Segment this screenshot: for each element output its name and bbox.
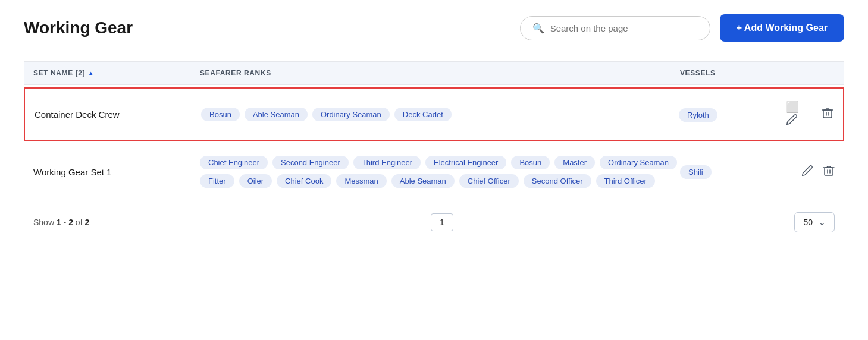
vessel-tag: Shili	[680, 165, 712, 179]
th-seafarer-ranks: SEAFARER RANKS	[200, 69, 680, 77]
per-page-select[interactable]: 50 ⌄	[794, 212, 835, 232]
rank-tag: Chief Engineer	[200, 156, 268, 169]
rank-tag: Master	[554, 156, 595, 169]
th-actions	[787, 69, 835, 77]
row-name: Container Deck Crew	[35, 109, 201, 119]
rank-tag: Able Seaman	[391, 174, 455, 188]
search-input[interactable]	[550, 23, 698, 33]
rank-tag: Electrical Engineer	[425, 156, 506, 169]
rank-tag: Third Engineer	[353, 156, 421, 169]
rank-tag: Second Officer	[524, 174, 591, 188]
per-page-value: 50	[803, 218, 813, 227]
table-header: SET NAME [2] ▲ SEAFARER RANKS VESSELS	[24, 62, 844, 85]
page-1-button[interactable]: 1	[431, 213, 453, 231]
rank-tag: Messman	[336, 174, 386, 188]
table-section: SET NAME [2] ▲ SEAFARER RANKS VESSELS Co…	[24, 61, 844, 200]
header-row: Working Gear 🔍 + Add Working Gear	[24, 14, 844, 42]
delete-icon[interactable]	[823, 165, 835, 180]
page-container: Working Gear 🔍 + Add Working Gear SET NA…	[0, 0, 868, 244]
actions-cell: ⬜	[786, 100, 833, 128]
page-numbers: 1	[431, 213, 453, 231]
show-text: Show 1 - 2 of 2	[33, 218, 89, 227]
pagination-row: Show 1 - 2 of 2 1 50 ⌄	[24, 200, 844, 244]
svg-rect-1	[825, 168, 833, 175]
search-box: 🔍	[520, 16, 710, 40]
rank-tag: Deck Cadet	[394, 108, 452, 121]
show-total: 2	[84, 218, 89, 227]
th-vessels: VESSELS	[680, 69, 787, 77]
chevron-down-icon: ⌄	[819, 218, 826, 227]
vessel-cell: Shili	[680, 166, 787, 177]
rank-tag: Third Officer	[596, 174, 655, 188]
tags-cell: Bosun Able Seaman Ordinary Seaman Deck C…	[201, 108, 679, 121]
rank-tag: Ordinary Seaman	[312, 108, 390, 121]
tags-cell: Chief Engineer Second Engineer Third Eng…	[200, 156, 680, 188]
edit-icon[interactable]: ⬜	[786, 100, 812, 128]
rank-tag: Ordinary Seaman	[600, 156, 677, 169]
svg-rect-0	[823, 110, 832, 118]
rank-tag: Bosun	[201, 108, 240, 121]
vessel-cell: Ryloth	[679, 109, 786, 120]
show-from: 1	[57, 218, 61, 227]
rank-tag: Fitter	[200, 174, 234, 188]
rank-tag: Bosun	[511, 156, 550, 169]
sort-icon-set-name[interactable]: ▲	[87, 70, 95, 77]
rank-tag: Chief Cook	[277, 174, 331, 188]
th-set-name: SET NAME [2] ▲	[33, 69, 200, 77]
add-working-gear-button[interactable]: + Add Working Gear	[720, 14, 844, 42]
vessel-tag: Ryloth	[679, 108, 717, 122]
search-icon: 🔍	[532, 23, 544, 34]
table-row: Container Deck Crew Bosun Able Seaman Or…	[24, 87, 844, 141]
header-right: 🔍 + Add Working Gear	[520, 14, 844, 42]
rank-tag: Oiler	[239, 174, 272, 188]
table-row: Working Gear Set 1 Chief Engineer Second…	[24, 144, 844, 200]
rank-tag: Chief Officer	[459, 174, 519, 188]
actions-cell	[787, 165, 835, 180]
page-title: Working Gear	[24, 18, 133, 37]
show-to: 2	[68, 218, 73, 227]
delete-icon[interactable]	[822, 107, 833, 122]
row-name: Working Gear Set 1	[33, 167, 200, 177]
edit-icon[interactable]	[801, 165, 813, 180]
rank-tag: Second Engineer	[272, 156, 349, 169]
rank-tag: Able Seaman	[245, 108, 308, 121]
